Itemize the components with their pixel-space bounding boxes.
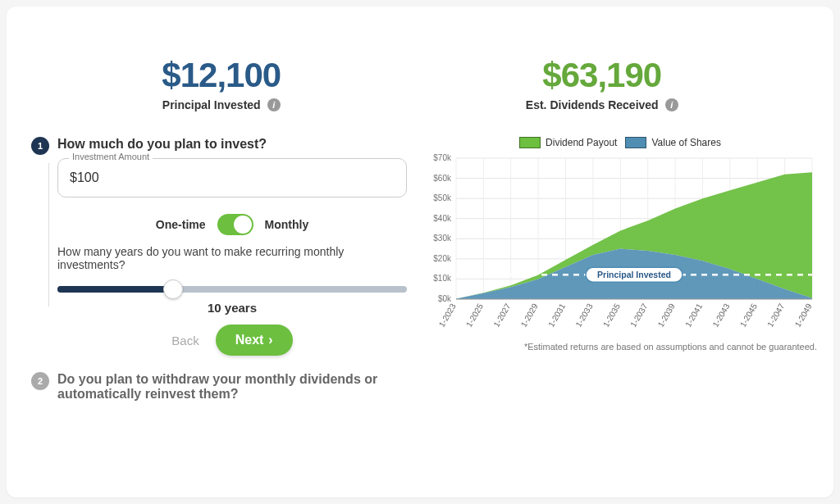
svg-text:1-2045: 1-2045 <box>738 302 759 329</box>
svg-text:1-2023: 1-2023 <box>437 302 458 329</box>
chart-column: Dividend Payout Value of Shares $0k$10k$… <box>415 129 817 481</box>
svg-text:1-2043: 1-2043 <box>710 302 731 329</box>
slider-value-label: 10 years <box>57 301 407 315</box>
principal-label: Principal Invested <box>162 98 261 111</box>
svg-text:$20k: $20k <box>433 254 452 263</box>
toggle-knob <box>234 216 252 234</box>
slider-track <box>57 286 407 293</box>
svg-text:$40k: $40k <box>433 214 452 223</box>
svg-text:1-2033: 1-2033 <box>574 302 595 329</box>
investment-amount-field: Investment Amount <box>57 158 407 198</box>
step-connector <box>48 163 49 306</box>
legend-label-value: Value of Shares <box>651 137 721 148</box>
chart-footnote: *Estimated returns are based on assumpti… <box>423 342 817 352</box>
svg-text:1-2035: 1-2035 <box>601 302 622 329</box>
frequency-toggle-row: One-time Monthly <box>57 214 407 235</box>
info-icon[interactable]: i <box>665 98 678 111</box>
legend-label-payout: Dividend Payout <box>546 137 617 148</box>
step-2-badge: 2 <box>31 372 49 390</box>
frequency-toggle[interactable] <box>217 214 253 235</box>
svg-text:1-2047: 1-2047 <box>765 302 786 329</box>
summary-row: $12,100 Principal Invested i $63,190 Est… <box>7 7 833 129</box>
svg-text:1-2041: 1-2041 <box>683 302 704 329</box>
svg-text:$50k: $50k <box>433 193 452 202</box>
dividends-label: Est. Dividends Received <box>526 98 659 111</box>
slider-fill <box>57 286 173 293</box>
recurring-years-question: How many years do you want to make recur… <box>57 245 407 271</box>
svg-text:$70k: $70k <box>433 153 452 162</box>
chart-legend: Dividend Payout Value of Shares <box>423 137 817 148</box>
wizard-column: 1 How much do you plan to invest? Invest… <box>23 129 415 481</box>
toggle-label-monthly: Monthly <box>265 218 309 231</box>
svg-text:Principal Invested: Principal Invested <box>597 270 671 279</box>
next-button[interactable]: Next › <box>216 325 293 356</box>
growth-chart: $0k$10k$20k$30k$40k$50k$60k$70kPrincipal… <box>423 153 817 337</box>
svg-text:1-2031: 1-2031 <box>546 302 567 329</box>
step-1-title: How much do you plan to invest? <box>57 137 407 152</box>
dividends-value: $63,190 <box>526 56 678 95</box>
legend-swatch-blue <box>625 137 646 148</box>
legend-swatch-green <box>519 137 541 148</box>
legend-item-value: Value of Shares <box>625 137 721 148</box>
svg-text:1-2025: 1-2025 <box>464 302 485 329</box>
step-2: 2 Do you plan to withdraw your monthly d… <box>31 372 407 402</box>
back-button[interactable]: Back <box>171 334 199 347</box>
step-1: 1 How much do you plan to invest? Invest… <box>31 137 407 356</box>
svg-text:1-2039: 1-2039 <box>656 302 677 329</box>
svg-text:1-2027: 1-2027 <box>491 302 512 329</box>
svg-text:$0k: $0k <box>438 294 452 303</box>
slider-thumb[interactable] <box>163 279 183 299</box>
principal-summary: $12,100 Principal Invested i <box>162 56 281 112</box>
step-2-title: Do you plan to withdraw your monthly div… <box>57 372 407 402</box>
dividends-summary: $63,190 Est. Dividends Received i <box>526 56 678 112</box>
calculator-card: $12,100 Principal Invested i $63,190 Est… <box>7 7 833 497</box>
chevron-right-icon: › <box>268 333 272 347</box>
investment-amount-label: Investment Amount <box>69 152 153 161</box>
investment-amount-input[interactable] <box>57 158 407 198</box>
chart-svg: $0k$10k$20k$30k$40k$50k$60k$70kPrincipal… <box>423 153 817 334</box>
svg-text:$10k: $10k <box>433 274 452 283</box>
svg-text:1-2049: 1-2049 <box>793 302 814 329</box>
wizard-nav: Back Next › <box>57 325 407 356</box>
svg-text:1-2037: 1-2037 <box>628 302 649 329</box>
years-slider[interactable]: 10 years <box>57 286 407 315</box>
info-icon[interactable]: i <box>267 98 281 111</box>
svg-text:$30k: $30k <box>433 234 452 243</box>
principal-value: $12,100 <box>162 56 281 95</box>
svg-text:1-2029: 1-2029 <box>519 302 540 329</box>
body-row: 1 How much do you plan to invest? Invest… <box>7 129 833 497</box>
step-1-badge: 1 <box>31 137 49 155</box>
toggle-label-onetime: One-time <box>156 218 206 231</box>
svg-text:$60k: $60k <box>433 174 452 183</box>
next-button-label: Next <box>235 333 264 347</box>
legend-item-payout: Dividend Payout <box>519 137 617 148</box>
